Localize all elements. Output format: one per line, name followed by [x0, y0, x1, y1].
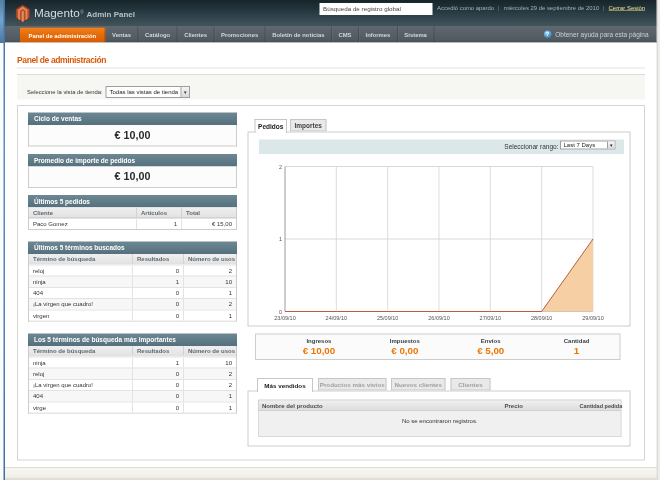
table-cell: 0: [132, 266, 183, 276]
table-cell: Artículos: [136, 208, 181, 218]
total-impuestos: Impuestos€ 0,00: [362, 335, 448, 360]
nav-item-6[interactable]: CMS: [332, 26, 359, 43]
table-cell: 1: [183, 391, 236, 401]
last-search-terms-table: Término de búsquedaResultadosNúmero de u…: [28, 254, 237, 321]
chevron-down-icon: ▼: [181, 87, 190, 97]
chart-y-tick-label: 2: [279, 164, 282, 170]
orders-area-chart: 01223/09/1024/09/1025/09/1026/09/1027/09…: [271, 161, 621, 326]
top-search-terms-table: Término de búsquedaResultadosNúmero de u…: [28, 346, 237, 413]
tab-customers[interactable]: Clientes: [451, 378, 491, 391]
table-cell: 0: [132, 369, 183, 379]
total-value: € 5,00: [477, 345, 504, 357]
table-cell: Resultados: [132, 346, 183, 356]
table-cell: 404: [29, 391, 132, 401]
table-row: virge01: [29, 401, 236, 412]
table-row: reloj02: [29, 368, 236, 379]
admin-window: Magento®Admin Panel Accedió como apardo|…: [0, 0, 660, 480]
total-cantidad: Cantidad1: [534, 335, 620, 360]
table-cell: 10: [183, 277, 236, 287]
card-top-search-terms: Los 5 términos de búsqueda más important…: [28, 334, 237, 414]
chart-x-tick-label: 24/09/10: [326, 315, 347, 321]
nav-item-1[interactable]: Ventas: [106, 26, 139, 43]
total-label: Cantidad: [564, 337, 590, 344]
nav-item-0[interactable]: Panel de administración: [20, 28, 106, 43]
card-average-order: Promedio de importe de pedidos € 10,00: [28, 154, 237, 188]
table-cell: virge: [29, 402, 132, 412]
table-cell: reloj: [29, 369, 132, 379]
title-divider: [17, 68, 645, 69]
store-view-select-value: Todas las vistas de tienda: [107, 87, 181, 97]
card-title: Los 5 términos de búsqueda más important…: [28, 334, 237, 347]
card-value: € 10,00: [28, 167, 237, 189]
page-content: Panel de administración Seleccione la vi…: [5, 43, 657, 468]
table-cell: 0: [132, 288, 183, 298]
total-label: Impuestos: [390, 337, 420, 344]
help-link[interactable]: ? Obtener ayuda para esta página: [544, 26, 649, 43]
table-row: 40401: [29, 390, 236, 401]
card-title: Ciclo de ventas: [28, 113, 237, 126]
table-cell: 0: [132, 391, 183, 401]
table-row: ¡La virgen que cuadro!02: [29, 298, 236, 309]
card-last-orders: Últimos 5 pedidos ClienteArtículosTotalP…: [28, 195, 237, 230]
nav-items: Panel de administraciónVentasCatálogoCli…: [20, 26, 434, 43]
table-cell: ninja: [29, 358, 132, 368]
table-row: ninja110: [29, 357, 236, 368]
admin-header: Magento®Admin Panel Accedió como apardo|…: [5, 0, 657, 26]
table-cell: 10: [183, 358, 236, 368]
brand-suffix: Admin Panel: [87, 10, 135, 19]
table-header-row: ClienteArtículosTotal: [29, 208, 236, 219]
table-row: 40401: [29, 287, 236, 298]
brand-name: Magento: [34, 6, 80, 19]
tab-bestsellers[interactable]: Más vendidos: [257, 378, 313, 392]
global-search-input[interactable]: [320, 3, 433, 15]
total-value: € 0,00: [391, 345, 418, 357]
chart-y-tick-label: 1: [279, 236, 282, 242]
nav-item-7[interactable]: Informes: [359, 26, 398, 43]
nav-item-8[interactable]: Sistema: [398, 26, 435, 43]
header-date: miércoles 29 de septiembre de 2010: [504, 5, 599, 12]
separator: |: [498, 5, 500, 12]
main-nav: Panel de administraciónVentasCatálogoCli…: [5, 26, 657, 43]
bestsellers-grid: Nombre del producto Precio Cantidad pedi…: [248, 391, 631, 447]
table-cell: 1: [136, 219, 181, 229]
table-cell: 2: [183, 380, 236, 390]
nav-item-2[interactable]: Catálogo: [139, 26, 178, 43]
table-cell: Resultados: [132, 254, 183, 264]
store-switcher: Seleccione la vista de tienda: Todas las…: [17, 74, 645, 100]
logout-link[interactable]: Cerrar Sesión: [609, 5, 645, 12]
table-cell: 1: [183, 288, 236, 298]
store-view-select[interactable]: Todas las vistas de tienda ▼: [106, 86, 191, 98]
bestsellers-table-header: Nombre del producto Precio Cantidad pedi…: [258, 400, 622, 412]
table-cell: Término de búsqueda: [29, 254, 132, 264]
nav-item-5[interactable]: Boletín de noticias: [266, 26, 332, 43]
card-title: Últimos 5 pedidos: [28, 195, 237, 208]
tab-orders[interactable]: Pedidos: [255, 119, 288, 133]
table-cell: Total: [181, 208, 236, 218]
chart-x-tick-label: 27/09/10: [480, 315, 501, 321]
table-cell: 0: [132, 299, 183, 309]
range-select[interactable]: Last 7 Days ▼: [560, 141, 616, 150]
total-envíos: Envíos€ 5,00: [448, 335, 534, 360]
chart-x-tick-label: 28/09/10: [531, 315, 552, 321]
total-ingresos: Ingresos€ 10,00: [276, 335, 362, 360]
column-product-name: Nombre del producto: [259, 402, 501, 409]
card-sales-cycle: Ciclo de ventas € 10,00: [28, 113, 237, 147]
nav-item-4[interactable]: Promociones: [215, 26, 266, 43]
help-label: Obtener ayuda para esta página: [555, 31, 648, 39]
tab-amounts[interactable]: Importes: [290, 119, 327, 132]
order-totals: Ingresos€ 10,00Impuestos€ 0,00Envíos€ 5,…: [255, 334, 621, 361]
tab-most-viewed[interactable]: Productos más vistos: [318, 378, 387, 391]
column-price: Precio: [501, 402, 579, 409]
table-header-row: Término de búsquedaResultadosNúmero de u…: [29, 254, 236, 265]
nav-item-3[interactable]: Clientes: [178, 26, 215, 43]
tab-new-customers[interactable]: Nuevos clientes: [391, 378, 446, 391]
table-cell: 1: [132, 277, 183, 287]
table-cell: 0: [132, 380, 183, 390]
range-band: Seleccionar rango: Last 7 Days ▼: [259, 140, 624, 155]
card-title: Últimos 5 términos buscados: [28, 242, 237, 255]
empty-records-message: No se encontraron registros.: [258, 411, 622, 437]
magento-logo-icon: [16, 5, 31, 23]
table-cell: Término de búsqueda: [29, 346, 132, 356]
table-cell: Número de usos: [183, 254, 236, 264]
table-row: reloj02: [29, 265, 236, 276]
